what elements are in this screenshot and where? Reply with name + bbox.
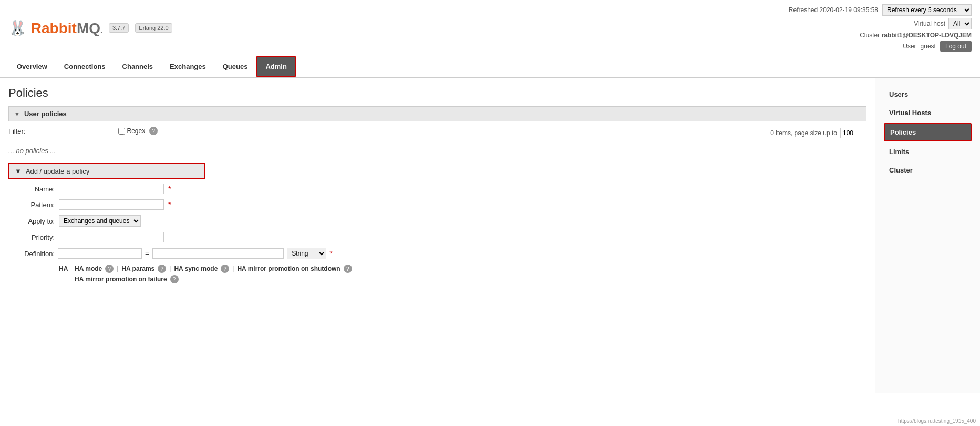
definition-row: Definition: = StringNumberBooleanList *	[13, 248, 866, 259]
add-policy-arrow: ▼	[15, 167, 22, 175]
user-policies-title: User policies	[24, 110, 67, 118]
ha-sync-mode-link[interactable]: HA sync mode	[174, 265, 218, 272]
ha-mirror-link[interactable]: HA mirror promotion on shutdown	[237, 265, 340, 272]
name-required: *	[168, 185, 171, 193]
ha-label: HA	[59, 265, 71, 272]
logo: 🐰 RabbitMQ.	[8, 19, 102, 37]
definition-key-input[interactable]	[58, 248, 142, 259]
user-row: User guest Log out	[789, 41, 972, 52]
add-policy-title: Add / update a policy	[26, 167, 89, 175]
pattern-required: *	[168, 200, 171, 209]
no-policies-text: ... no policies ...	[8, 147, 866, 155]
logo-mq-text: MQ	[77, 20, 100, 36]
definition-eq: =	[145, 249, 149, 258]
ha-row2: HA mirror promotion on failure ?	[59, 275, 866, 283]
sidebar: Users Virtual Hosts Policies Limits Clus…	[875, 78, 980, 393]
vhost-row: Virtual host All/	[789, 18, 972, 29]
priority-row: Priority:	[13, 232, 866, 242]
ha-mirror-help[interactable]: ?	[344, 265, 352, 273]
version-badge: 3.7.7	[109, 23, 129, 33]
apply-to-label: Apply to:	[13, 217, 55, 225]
logout-button[interactable]: Log out	[940, 41, 972, 52]
add-policy-header[interactable]: ▼ Add / update a policy	[8, 163, 205, 179]
pagination-info: 0 items, page size up to	[770, 128, 866, 138]
ha-mode-link[interactable]: HA mode	[75, 265, 102, 272]
name-label: Name:	[13, 185, 55, 193]
pattern-label: Pattern:	[13, 201, 55, 209]
name-row: Name: *	[13, 184, 866, 194]
ha-mirror-failure-link[interactable]: HA mirror promotion on failure	[75, 276, 167, 283]
vhost-select[interactable]: All/	[948, 18, 972, 29]
page-title: Policies	[8, 86, 866, 100]
filter-input[interactable]	[30, 126, 114, 136]
definition-type-select[interactable]: StringNumberBooleanList	[287, 248, 326, 259]
top-bar: 🐰 RabbitMQ. 3.7.7 Erlang 22.0 Refreshed …	[0, 0, 980, 56]
sidebar-item-virtual-hosts[interactable]: Virtual Hosts	[884, 105, 972, 121]
ha-params-link[interactable]: HA params	[121, 265, 154, 272]
user-name: guest	[921, 43, 936, 50]
filter-row: Filter: Regex ?	[8, 126, 158, 136]
nav-item-exchanges[interactable]: Exchanges	[161, 57, 214, 76]
priority-label: Priority:	[13, 234, 55, 241]
apply-to-select[interactable]: Exchanges and queuesExchangesQueues	[59, 215, 141, 227]
ha-mode-help[interactable]: ?	[105, 265, 114, 273]
pagination-text: 0 items, page size up to	[770, 129, 837, 137]
cluster-name: rabbit1@DESKTOP-LDVQJEM	[881, 32, 972, 39]
page-size-input[interactable]	[840, 128, 866, 138]
nav-bar: Overview Connections Channels Exchanges …	[0, 56, 980, 78]
sidebar-item-users[interactable]: Users	[884, 86, 972, 103]
main-container: Policies ▼ User policies Filter: Regex ?…	[0, 78, 980, 393]
nav-item-admin[interactable]: Admin	[256, 56, 296, 77]
pattern-input[interactable]	[59, 199, 164, 210]
collapse-arrow: ▼	[14, 111, 20, 117]
regex-checkbox[interactable]	[118, 128, 125, 135]
sidebar-item-limits[interactable]: Limits	[884, 144, 972, 160]
refresh-row: Refreshed 2020-02-19 09:35:58 No refresh…	[789, 4, 972, 16]
cluster-row: Cluster rabbit1@DESKTOP-LDVQJEM	[789, 32, 972, 39]
nav-item-queues[interactable]: Queues	[214, 57, 256, 76]
nav-item-channels[interactable]: Channels	[114, 57, 162, 76]
filter-help-badge[interactable]: ?	[149, 127, 158, 135]
filter-and-pagination: Filter: Regex ? 0 items, page size up to	[8, 126, 866, 140]
top-right: Refreshed 2020-02-19 09:35:58 No refresh…	[789, 4, 972, 52]
definition-label: Definition:	[13, 250, 55, 258]
refreshed-label: Refreshed 2020-02-19 09:35:58	[789, 6, 878, 14]
sidebar-item-cluster[interactable]: Cluster	[884, 162, 972, 178]
add-policy-section: ▼ Add / update a policy Name: * Pattern:…	[8, 163, 866, 283]
ha-row: HA HA mode ? | HA params ? | HA sync mod…	[59, 265, 866, 273]
vhost-label: Virtual host	[914, 20, 945, 27]
sidebar-item-policies[interactable]: Policies	[884, 123, 972, 141]
user-label: User	[903, 43, 916, 50]
pattern-row: Pattern: *	[13, 199, 866, 210]
rabbit-icon: 🐰	[8, 20, 27, 36]
erlang-badge: Erlang 22.0	[135, 23, 172, 33]
ha-params-help[interactable]: ?	[158, 265, 166, 273]
definition-val-input[interactable]	[152, 248, 284, 259]
logo-dot: .	[100, 26, 102, 35]
filter-label: Filter:	[8, 127, 26, 135]
ha-sync-mode-help[interactable]: ?	[221, 265, 229, 273]
apply-to-row: Apply to: Exchanges and queuesExchangesQ…	[13, 215, 866, 227]
ha-mirror-failure-help[interactable]: ?	[170, 275, 179, 283]
priority-input[interactable]	[59, 232, 164, 242]
add-policy-form: Name: * Pattern: * Apply to: Exchanges a…	[13, 184, 866, 283]
main-content: Policies ▼ User policies Filter: Regex ?…	[0, 78, 875, 393]
cluster-label: Cluster	[860, 32, 880, 39]
logo-area: 🐰 RabbitMQ. 3.7.7 Erlang 22.0	[8, 19, 172, 37]
logo-rabbit-text: Rabbit	[31, 20, 77, 36]
refresh-select[interactable]: No refreshRefresh every 5 secondsRefresh…	[882, 4, 972, 16]
nav-item-connections[interactable]: Connections	[56, 57, 114, 76]
nav-item-overview[interactable]: Overview	[8, 57, 56, 76]
regex-label: Regex	[118, 127, 146, 135]
name-input[interactable]	[59, 184, 164, 194]
ha-section: HA HA mode ? | HA params ? | HA sync mod…	[59, 265, 866, 283]
user-policies-header[interactable]: ▼ User policies	[8, 106, 866, 121]
refreshed-time: 2020-02-19 09:35:58	[820, 6, 878, 14]
definition-required: *	[329, 249, 332, 258]
logo-image: 🐰 RabbitMQ.	[8, 19, 102, 37]
